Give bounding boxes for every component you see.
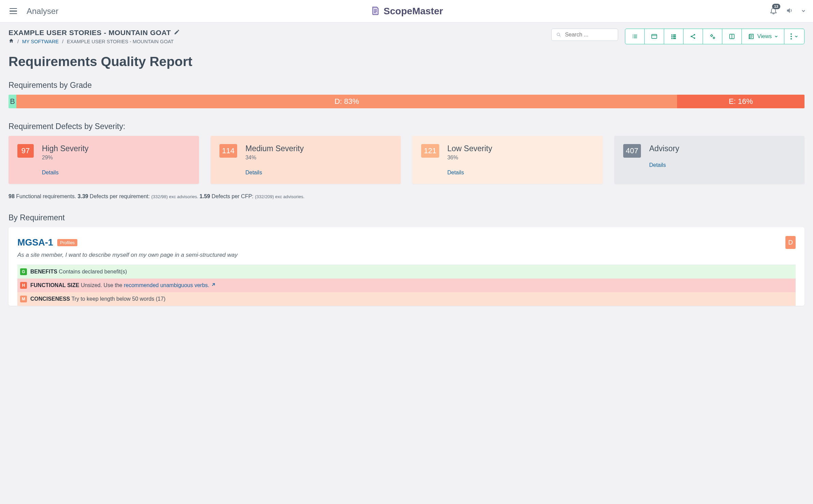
views-dropdown[interactable]: Views <box>742 29 784 44</box>
scope-logo-icon <box>370 5 381 17</box>
menu-icon[interactable] <box>7 6 19 16</box>
toolbar-share-icon[interactable] <box>684 29 703 44</box>
svg-rect-7 <box>673 38 676 39</box>
toolbar-settings-icon[interactable] <box>703 29 722 44</box>
toolbar-list-icon[interactable] <box>625 29 645 44</box>
issue-badge: H <box>20 282 27 289</box>
severity-details-link[interactable]: Details <box>245 170 392 176</box>
issue-row-functional-size: H FUNCTIONAL SIZE Unsized. Use the recom… <box>17 279 796 292</box>
toolbar: Views <box>625 29 804 44</box>
page-title: Requirements Quality Report <box>9 54 804 69</box>
notification-count: 13 <box>772 4 780 9</box>
svg-rect-1 <box>651 34 657 38</box>
svg-rect-5 <box>673 36 676 37</box>
stats-line: 98 Functional requirements. 3.39 Defects… <box>9 193 804 200</box>
toolbar-card-icon[interactable] <box>645 29 664 44</box>
chevron-down-icon <box>774 35 778 38</box>
svg-point-12 <box>713 37 715 38</box>
severity-details-link[interactable]: Details <box>447 170 594 176</box>
notifications-button[interactable]: 13 <box>769 6 778 16</box>
breadcrumb-mysoftware[interactable]: MY SOFTWARE <box>22 39 59 44</box>
brand-logo: ScopeMaster <box>370 5 443 17</box>
toolbar-columns-icon[interactable] <box>722 29 742 44</box>
issue-badge: G <box>20 268 27 275</box>
severity-label: Medium Severity <box>245 144 392 153</box>
severity-label: High Severity <box>42 144 190 153</box>
svg-rect-2 <box>671 34 672 35</box>
severity-count: 407 <box>623 144 641 158</box>
brand-text: ScopeMaster <box>384 6 443 17</box>
svg-rect-6 <box>671 38 672 39</box>
breadcrumb: / MY SOFTWARE / EXAMPLE USER STORIES - M… <box>9 38 180 45</box>
severity-card-low: 121 Low Severity 36% Details <box>412 136 603 184</box>
severity-count: 114 <box>219 144 237 158</box>
chevron-down-icon <box>795 35 798 38</box>
requirement-id[interactable]: MGSA-1 <box>17 237 53 248</box>
severity-card-high: 97 High Severity 29% Details <box>9 136 199 184</box>
severity-label: Low Severity <box>447 144 594 153</box>
search-icon <box>556 32 561 37</box>
requirement-tag[interactable]: Profiles <box>57 239 77 246</box>
severity-card-medium: 114 Medium Severity 34% Details <box>211 136 401 184</box>
svg-rect-3 <box>673 34 676 35</box>
page-bar: EXAMPLE USER STORIES - MOUNTAIN GOAT / M… <box>0 22 813 51</box>
search-input-wrap[interactable] <box>551 29 618 41</box>
severity-pct: 36% <box>447 155 594 161</box>
svg-point-15 <box>791 36 792 37</box>
svg-rect-4 <box>671 36 672 37</box>
issue-badge: M <box>20 296 27 302</box>
svg-point-14 <box>791 33 792 35</box>
severity-count: 121 <box>421 144 439 158</box>
svg-point-16 <box>791 38 792 40</box>
grade-seg-d: D: 83% <box>16 95 677 108</box>
app-title: Analyser <box>27 6 58 16</box>
grade-seg-b: B <box>9 95 16 108</box>
grade-heading: Requirements by Grade <box>9 81 804 90</box>
top-header: Analyser ScopeMaster 13 <box>0 0 813 22</box>
severity-count: 97 <box>17 144 34 158</box>
byreq-heading: By Requirement <box>9 213 804 222</box>
external-link-icon[interactable] <box>211 282 215 288</box>
breadcrumb-current: EXAMPLE USER STORIES - MOUNTAIN GOAT <box>67 39 173 44</box>
recommended-verbs-link[interactable]: recommended unambiguous verbs. <box>124 282 209 288</box>
edit-icon[interactable] <box>174 29 180 36</box>
requirement-grade-badge: D <box>785 236 796 249</box>
toolbar-grid-icon[interactable] <box>664 29 684 44</box>
severity-card-advisory: 407 Advisory Details <box>614 136 805 184</box>
severity-details-link[interactable]: Details <box>42 170 190 176</box>
toolbar-more-icon[interactable] <box>784 29 804 44</box>
issue-row-conciseness: M CONCISENESS Try to keep length below 5… <box>17 292 796 306</box>
severity-pct: 34% <box>245 155 392 161</box>
requirement-story: As a site member, I want to describe mys… <box>17 252 796 258</box>
svg-point-0 <box>557 33 559 36</box>
severity-label: Advisory <box>649 144 796 153</box>
grade-bar: B D: 83% E: 16% <box>9 95 804 108</box>
sound-icon[interactable] <box>786 7 793 16</box>
severity-row: 97 High Severity 29% Details 114 Medium … <box>9 136 804 184</box>
search-input[interactable] <box>565 32 613 38</box>
issue-row-benefits: G BENEFITS Contains declared benefit(s) <box>17 265 796 279</box>
severity-details-link[interactable]: Details <box>649 162 796 168</box>
header-dropdown[interactable] <box>801 8 806 14</box>
severity-pct: 29% <box>42 155 190 161</box>
defects-heading: Requirement Defects by Severity: <box>9 122 804 131</box>
home-icon[interactable] <box>9 38 14 45</box>
project-title: EXAMPLE USER STORIES - MOUNTAIN GOAT <box>9 29 171 37</box>
svg-point-11 <box>711 35 712 36</box>
grade-seg-e: E: 16% <box>677 95 804 108</box>
requirement-card: MGSA-1 Profiles D As a site member, I wa… <box>9 227 804 306</box>
